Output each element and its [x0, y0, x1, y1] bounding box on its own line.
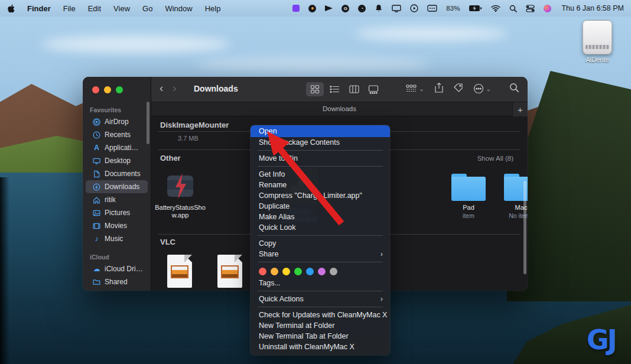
control-center-icon[interactable] — [526, 5, 535, 12]
menu-item-quick-actions[interactable]: Quick Actions› — [251, 294, 390, 304]
cleanmymac-icon[interactable]: ◔ — [358, 5, 366, 12]
tag-button[interactable] — [453, 83, 463, 95]
watermark-logo: GJ — [587, 324, 616, 356]
menu-item-check-updates[interactable]: Check for Updates with CleanMyMac X — [251, 310, 390, 320]
g-app-icon[interactable]: G — [341, 5, 349, 12]
sidebar-item-music[interactable]: ♪ Music — [86, 232, 148, 245]
menu-item-get-info[interactable]: Get Info — [251, 169, 390, 180]
menu-item-show-package-contents[interactable]: Show Package Contents — [251, 137, 390, 148]
sidebar-item-applications[interactable]: A Applicati… — [86, 141, 148, 154]
battery-percent: 83% — [446, 5, 460, 12]
menu-item-rename[interactable]: Rename — [251, 180, 390, 190]
new-tab-button[interactable]: + — [512, 102, 528, 116]
menu-item-copy[interactable]: Copy — [251, 238, 390, 249]
location-pin-icon[interactable] — [308, 5, 316, 12]
desktop: Finder File Edit View Go Window Help G ◔ — [0, 0, 631, 364]
menu-view[interactable]: View — [113, 4, 130, 13]
tag-blue[interactable] — [306, 268, 314, 275]
movies-icon — [92, 222, 101, 230]
group-by-button[interactable]: ⌄ — [406, 84, 424, 93]
menu-divider — [258, 262, 383, 262]
view-list-button[interactable] — [326, 82, 343, 96]
view-gallery-button[interactable] — [365, 82, 382, 96]
search-button[interactable] — [509, 83, 519, 95]
menu-item-tags[interactable]: Tags... — [251, 278, 390, 288]
menu-item-new-terminal-tab[interactable]: New Terminal Tab at Folder — [251, 331, 390, 342]
close-button[interactable] — [92, 86, 99, 93]
folder-item-count: item — [442, 212, 495, 219]
battery-charging-icon[interactable] — [469, 5, 482, 12]
menu-item-uninstall[interactable]: Uninstall with CleanMyMac X — [251, 342, 390, 352]
tag-yellow[interactable] — [282, 268, 290, 275]
cloud — [195, 56, 431, 72]
sidebar-item-shared[interactable]: Shared — [86, 275, 148, 288]
sidebar: Favourites AirDrop Recents A Applicati… … — [83, 77, 151, 291]
tag-orange[interactable] — [271, 268, 278, 275]
menu-help[interactable]: Help — [205, 4, 221, 13]
menu-item-move-to-bin[interactable]: Move to Bin — [251, 153, 390, 164]
zoom-button[interactable] — [116, 86, 123, 93]
menu-divider — [258, 166, 383, 167]
sidebar-item-movies[interactable]: Movies — [86, 219, 148, 232]
paper-plane-icon[interactable] — [325, 5, 333, 11]
show-all-link[interactable]: Show All (8) — [477, 155, 513, 162]
menu-window[interactable]: Window — [165, 4, 192, 13]
sidebar-item-desktop[interactable]: Desktop — [86, 154, 148, 167]
sidebar-item-recents[interactable]: Recents — [86, 128, 148, 141]
view-grid-button[interactable] — [306, 82, 324, 96]
menu-app-name[interactable]: Finder — [27, 4, 51, 13]
notification-bell-icon[interactable] — [375, 4, 383, 12]
siri-icon[interactable] — [544, 5, 551, 12]
tab-downloads[interactable]: Downloads — [151, 105, 528, 112]
menu-item-new-terminal[interactable]: New Terminal at Folder — [251, 320, 390, 331]
vlc-file-icon[interactable] — [167, 255, 192, 288]
sidebar-item-airdrop[interactable]: AirDrop — [86, 115, 148, 128]
folder-pad[interactable]: Pad item — [442, 171, 495, 219]
sidebar-item-icloud-drive[interactable]: ☁ iCloud Dri… — [86, 262, 148, 275]
view-columns-button[interactable] — [345, 82, 363, 96]
folder-mac[interactable]: Mac No items — [495, 171, 528, 219]
vlc-file-icon[interactable] — [217, 255, 242, 288]
recents-clock-icon — [92, 131, 101, 139]
home-icon — [92, 196, 101, 204]
back-button[interactable]: ‹ — [160, 82, 163, 95]
tag-green[interactable] — [294, 268, 302, 275]
menu-edit[interactable]: Edit — [88, 4, 101, 13]
menu-item-open[interactable]: Open — [251, 125, 390, 137]
display-icon[interactable] — [392, 5, 401, 12]
apple-menu-icon[interactable] — [7, 4, 15, 13]
menu-item-compress[interactable]: Compress "Charge Limiter.app" — [251, 190, 390, 201]
more-actions-button[interactable]: ⌄ — [473, 83, 491, 94]
menu-item-make-alias[interactable]: Make Alias — [251, 212, 390, 222]
sidebar-item-documents[interactable]: Documents — [86, 167, 148, 180]
menu-item-share[interactable]: Share› — [251, 249, 390, 259]
minimize-button[interactable] — [104, 86, 111, 93]
purple-app-icon[interactable] — [292, 5, 300, 12]
tag-purple[interactable] — [318, 268, 326, 275]
spotlight-search-icon[interactable] — [509, 5, 517, 12]
tag-red[interactable] — [259, 268, 266, 275]
menu-item-quick-look[interactable]: Quick Look — [251, 222, 390, 233]
section-header-other: Other — [160, 154, 181, 162]
shared-folder-icon — [92, 278, 101, 286]
content-scrollbar[interactable] — [523, 181, 526, 274]
menu-file[interactable]: File — [63, 4, 76, 13]
play-circle-icon[interactable] — [410, 4, 418, 12]
sidebar-item-pictures[interactable]: Pictures — [86, 206, 148, 219]
tag-gray[interactable] — [330, 268, 337, 275]
forward-button[interactable]: › — [173, 82, 176, 95]
sidebar-item-home[interactable]: ritik — [86, 193, 148, 206]
menu-go[interactable]: Go — [142, 4, 152, 13]
desktop-volume-aldente[interactable]: AlDente — [577, 20, 618, 63]
file-batterystatusshow[interactable]: BatteryStatusShow.app — [154, 171, 207, 219]
share-button[interactable] — [434, 82, 443, 95]
wifi-icon[interactable] — [491, 5, 500, 12]
sidebar-item-downloads[interactable]: Downloads — [86, 180, 148, 193]
menu-item-duplicate[interactable]: Duplicate — [251, 201, 390, 212]
menubar-clock[interactable]: Thu 6 Jan 6:58 PM — [561, 4, 624, 12]
folder-item-count: No items — [495, 212, 528, 219]
disk-drive-icon — [583, 20, 612, 54]
keyboard-widget-icon[interactable] — [427, 5, 437, 12]
sidebar-scrollbar[interactable] — [147, 102, 149, 144]
window-title: Downloads — [194, 84, 238, 93]
